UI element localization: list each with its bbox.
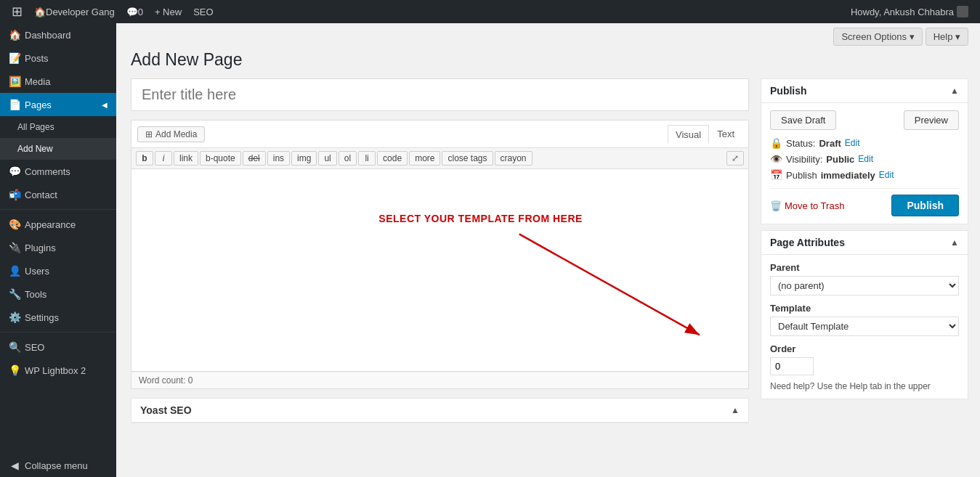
media-icon: 🖼️ (9, 76, 20, 87)
fmt-link[interactable]: link (174, 151, 198, 166)
template-label: Template (770, 303, 959, 314)
add-media-icon: ⊞ (145, 129, 153, 139)
calendar-icon: 📅 (770, 169, 782, 181)
visibility-edit-link[interactable]: Edit (858, 154, 873, 164)
content-area: Screen Options ▾ Help ▾ Add New Page ⊞ (116, 23, 980, 477)
sidebar-item-posts[interactable]: 📝 Posts (0, 46, 116, 70)
fmt-expand-button[interactable]: ⤢ (726, 151, 744, 166)
sidebar-item-wplightbox[interactable]: 💡 WP Lightbox 2 (0, 359, 116, 382)
sidebar-item-appearance[interactable]: 🎨 Appearance (0, 213, 116, 236)
order-input[interactable] (770, 357, 814, 375)
save-draft-label: Save Draft (781, 115, 825, 126)
fmt-ol[interactable]: ol (339, 151, 357, 166)
save-draft-button[interactable]: Save Draft (770, 110, 836, 130)
fmt-bold[interactable]: b (136, 151, 153, 166)
fmt-img[interactable]: img (291, 151, 317, 166)
seo-item[interactable]: SEO (187, 0, 219, 23)
status-label: Status: (786, 138, 815, 149)
add-media-label: Add Media (155, 129, 197, 139)
publish-button[interactable]: Publish (891, 195, 959, 216)
admin-bar: ⊞ 🏠 Developer Gang 💬 0 + New SEO Howdy, … (0, 0, 980, 23)
screen-options-button[interactable]: Screen Options ▾ (833, 28, 922, 46)
sidebar-item-users[interactable]: 👤 Users (0, 259, 116, 282)
site-name-item[interactable]: 🏠 Developer Gang (28, 0, 121, 23)
posts-icon: 📝 (9, 52, 20, 64)
order-label: Order (770, 343, 959, 354)
page-title-input[interactable] (131, 78, 749, 111)
sidebar-item-plugins[interactable]: 🔌 Plugins (0, 236, 116, 259)
sidebar-item-contact[interactable]: 📬 Contact (0, 183, 116, 206)
editor-footer: Word count: 0 (131, 372, 749, 389)
text-tab-label: Text (717, 129, 734, 139)
sidebar-item-label: WP Lightbox 2 (25, 365, 86, 376)
editor-tabs: Visual Text (668, 125, 742, 143)
annotation-text: SELECT YOUR TEMPLATE FROM HERE (378, 213, 583, 224)
move-to-trash-label: Move to Trash (785, 200, 844, 211)
publish-panel-header[interactable]: Publish ▲ (761, 79, 968, 103)
sidebar-item-dashboard[interactable]: 🏠 Dashboard (0, 23, 116, 46)
fmt-more[interactable]: more (409, 151, 440, 166)
fmt-italic[interactable]: i (155, 151, 172, 166)
wp-logo-icon: ⊞ (12, 4, 23, 20)
sidebar-subitem-all-pages[interactable]: All Pages (0, 116, 116, 138)
help-text: Need help? Use the Help tab in the upper (770, 381, 959, 391)
wp-logo-item[interactable]: ⊞ (6, 0, 28, 23)
visibility-icon: 👁️ (770, 153, 782, 165)
pages-icon: 📄 (9, 99, 20, 110)
visibility-value: Public (826, 154, 854, 165)
svg-line-1 (519, 234, 700, 335)
yoast-header[interactable]: Yoast SEO ▲ (131, 399, 748, 423)
sidebar-panels: Publish ▲ Save Draft Preview (761, 78, 968, 399)
sidebar-item-seo[interactable]: 🔍 SEO (0, 335, 116, 359)
seo-sidebar-icon: 🔍 (9, 341, 20, 353)
plugins-icon: 🔌 (9, 242, 20, 253)
publish-panel-toggle-icon[interactable]: ▲ (950, 86, 959, 96)
comments-item[interactable]: 💬 0 (121, 0, 149, 23)
page-attributes-panel-header[interactable]: Page Attributes ▲ (761, 231, 968, 255)
add-media-button[interactable]: ⊞ Add Media (137, 126, 205, 142)
page-attributes-toggle-icon[interactable]: ▲ (950, 237, 959, 248)
fmt-code[interactable]: code (377, 151, 408, 166)
users-icon: 👤 (9, 265, 20, 277)
fmt-crayon[interactable]: crayon (495, 151, 532, 166)
parent-label: Parent (770, 262, 959, 273)
sidebar-subitem-add-new[interactable]: Add New (0, 138, 116, 160)
sidebar-item-label: Users (25, 266, 49, 277)
sidebar-item-comments[interactable]: 💬 Comments (0, 160, 116, 183)
yoast-toggle-icon[interactable]: ▲ (731, 405, 740, 415)
fmt-ins[interactable]: ins (267, 151, 290, 166)
publish-panel-body: Save Draft Preview 🔒 Status: Draft E (761, 103, 968, 224)
fmt-close-tags[interactable]: close tags (442, 151, 493, 166)
status-edit-link[interactable]: Edit (845, 138, 860, 148)
fmt-ul[interactable]: ul (318, 151, 336, 166)
sidebar-item-label: Tools (25, 289, 46, 300)
editor-main: ⊞ Add Media Visual Text (131, 78, 749, 423)
move-to-trash-button[interactable]: 🗑️ Move to Trash (770, 197, 844, 214)
annotation-container: SELECT YOUR TEMPLATE FROM HERE (131, 169, 748, 371)
settings-icon: ⚙️ (9, 311, 20, 323)
help-button[interactable]: Help ▾ (926, 28, 968, 46)
all-pages-label: All Pages (17, 122, 54, 132)
sidebar-item-settings[interactable]: ⚙️ Settings (0, 306, 116, 329)
collapse-menu-item[interactable]: ◀ Collapse menu (0, 454, 116, 477)
page-attributes-title: Page Attributes (770, 237, 845, 248)
parent-select[interactable]: (no parent) (770, 276, 959, 295)
fmt-del[interactable]: del (243, 151, 266, 166)
user-greeting-item[interactable]: Howdy, Ankush Chhabra (845, 0, 974, 23)
publish-edit-link[interactable]: Edit (879, 170, 894, 180)
sidebar-item-pages[interactable]: 📄 Pages ◀ (0, 93, 116, 116)
collapse-menu-label: Collapse menu (25, 460, 88, 471)
visual-tab[interactable]: Visual (668, 125, 709, 144)
fmt-li[interactable]: li (358, 151, 376, 166)
preview-button[interactable]: Preview (904, 110, 959, 130)
editor-body[interactable]: SELECT YOUR TEMPLATE FROM HERE (131, 168, 749, 372)
publish-button-label: Publish (907, 200, 944, 211)
sidebar-item-tools[interactable]: 🔧 Tools (0, 282, 116, 306)
comments-icon: 💬 (126, 7, 138, 17)
new-item[interactable]: + New (149, 0, 187, 23)
fmt-bquote[interactable]: b-quote (200, 151, 241, 166)
template-select[interactable]: Default Template (770, 317, 959, 336)
sidebar: 🏠 Dashboard 📝 Posts 🖼️ Media 📄 Pages ◀ A… (0, 23, 116, 477)
sidebar-item-media[interactable]: 🖼️ Media (0, 70, 116, 93)
text-tab[interactable]: Text (709, 125, 742, 143)
